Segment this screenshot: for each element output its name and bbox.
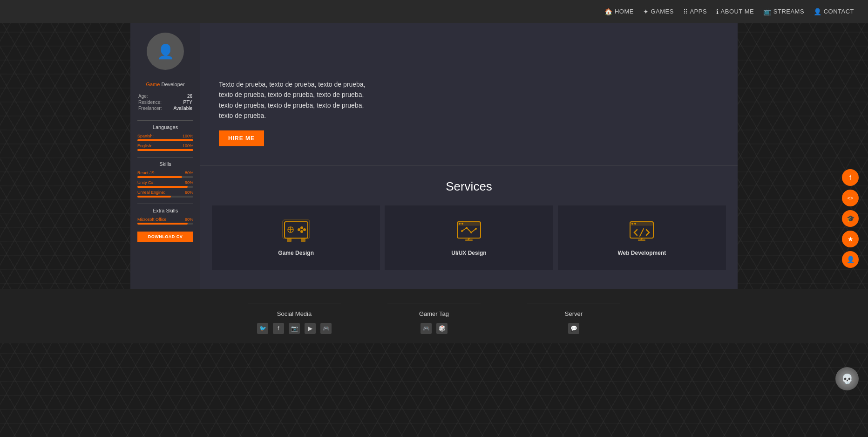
language-spanish: Spanish: 100% — [137, 134, 193, 141]
skill-reactjs: React JS: 80% — [137, 171, 193, 178]
services-grid: Game Design — [210, 205, 728, 270]
gamer-icon-2[interactable]: 🎲 — [436, 323, 448, 334]
social-facebook-button[interactable]: f — [842, 169, 859, 186]
uiux-label: UI/UX Design — [451, 250, 486, 256]
languages-heading: Languages — [137, 124, 193, 130]
divider-1 — [137, 120, 193, 121]
gamer-tag-title: Gamer Tag — [387, 310, 481, 317]
social-code-button[interactable]: <> — [842, 190, 859, 206]
web-dev-icon — [628, 219, 656, 243]
social-star-button[interactable]: ★ — [842, 231, 859, 247]
avatar-area: 👤 — [137, 33, 193, 75]
bio-section: Texto de prueba, texto de prueba, texto … — [200, 23, 738, 165]
svg-rect-20 — [465, 239, 473, 241]
svg-point-18 — [475, 228, 477, 230]
services-title: Services — [210, 179, 728, 194]
svg-point-16 — [466, 227, 468, 229]
svg-rect-27 — [638, 239, 645, 241]
svg-rect-22 — [630, 222, 653, 225]
instagram-icon[interactable]: 📷 — [289, 323, 300, 334]
svg-point-17 — [470, 232, 472, 233]
skill-msoffice: Microsoft Office: 90% — [137, 217, 193, 225]
svg-point-24 — [634, 223, 636, 225]
nav-apps[interactable]: ⠿ APPS — [683, 8, 707, 15]
web-dev-label: Web Development — [617, 250, 666, 256]
facebook-icon[interactable]: f — [273, 323, 284, 334]
gamer-tag-icons: 🎮 🎲 — [387, 323, 481, 334]
sidebar: 👤 Game Developer Age: 26 Residence: PTY … — [130, 23, 200, 289]
svg-point-7 — [298, 228, 300, 231]
skill-unity: Unity C#: 90% — [137, 180, 193, 188]
svg-point-6 — [303, 228, 306, 231]
footer-gamer-tag: Gamer Tag 🎮 🎲 — [387, 303, 481, 334]
contact-icon: 👤 — [814, 8, 822, 15]
apps-icon: ⠿ — [683, 8, 688, 15]
svg-rect-10 — [301, 238, 305, 242]
svg-rect-12 — [457, 222, 481, 225]
divider-3 — [137, 204, 193, 204]
role-word2: Developer — [161, 82, 184, 87]
info-table: Age: 26 Residence: PTY Freelancer: Avail… — [137, 93, 193, 112]
steam-icon[interactable]: 🎮 — [420, 323, 432, 334]
svg-rect-9 — [287, 238, 292, 242]
mascot-image: 💀 — [835, 367, 859, 390]
divider-2 — [137, 157, 193, 157]
social-education-button[interactable]: 🎓 — [842, 210, 859, 227]
nav-about[interactable]: ℹ ABOUT ME — [716, 8, 754, 15]
navbar: 🏠 HOME ✦ GAMES ⠿ APPS ℹ ABOUT ME 📺 STREA… — [0, 0, 868, 23]
youtube-icon[interactable]: ▶ — [305, 323, 316, 334]
game-design-icon — [282, 219, 310, 243]
language-english: English: 100% — [137, 143, 193, 151]
home-icon: 🏠 — [604, 8, 613, 15]
svg-point-15 — [461, 230, 463, 232]
social-media-title: Social Media — [248, 310, 341, 317]
right-buttons-panel: f <> 🎓 ★ 👤 — [842, 169, 859, 268]
download-cv-button[interactable]: DOWNLOAD CV — [137, 232, 193, 242]
about-icon: ℹ — [716, 8, 719, 15]
svg-point-13 — [459, 223, 461, 225]
service-card-web[interactable]: Web Development — [558, 205, 726, 270]
sidebar-role: Game Developer — [137, 82, 193, 87]
svg-point-23 — [631, 223, 633, 225]
skills-heading: Skills — [137, 161, 193, 167]
mascot: 💀 — [835, 367, 859, 390]
extra-skills-heading: Extra Skills — [137, 208, 193, 213]
nav-streams[interactable]: 📺 STREAMS — [763, 8, 804, 15]
hire-me-button[interactable]: HIRE ME — [219, 130, 264, 146]
main-container: 👤 Game Developer Age: 26 Residence: PTY … — [130, 23, 738, 289]
svg-point-8 — [300, 230, 303, 233]
twitter-icon[interactable]: 🐦 — [257, 323, 268, 334]
footer-social-media: Social Media 🐦 f 📷 ▶ 🎮 — [248, 303, 341, 334]
server-title: Server — [527, 310, 620, 317]
server-icons: 💬 — [527, 323, 620, 334]
discord-icon[interactable]: 💬 — [568, 323, 579, 334]
svg-point-5 — [300, 226, 303, 229]
social-person-button[interactable]: 👤 — [842, 251, 859, 268]
svg-point-14 — [461, 223, 463, 225]
nav-home[interactable]: 🏠 HOME — [604, 8, 634, 15]
nav-contact[interactable]: 👤 CONTACT — [814, 8, 854, 15]
game-design-label: Game Design — [278, 250, 314, 256]
uiux-icon — [455, 219, 483, 243]
service-card-game-design[interactable]: Game Design — [212, 205, 380, 270]
content-area: Texto de prueba, texto de prueba, texto … — [200, 23, 738, 289]
social-icons: 🐦 f 📷 ▶ 🎮 — [248, 323, 341, 334]
skill-unreal: Unreal Engine: 60% — [137, 190, 193, 198]
games-icon: ✦ — [643, 8, 649, 15]
services-section: Services — [200, 165, 738, 284]
footer-server: Server 💬 — [527, 303, 620, 334]
svg-line-25 — [640, 229, 644, 236]
avatar: 👤 — [147, 33, 184, 70]
streams-icon: 📺 — [763, 8, 772, 15]
footer: Social Media 🐦 f 📷 ▶ 🎮 Gamer Tag 🎮 🎲 Ser… — [0, 289, 868, 343]
bio-text: Texto de prueba, texto de prueba, texto … — [219, 79, 368, 121]
service-card-uiux[interactable]: UI/UX Design — [385, 205, 553, 270]
nav-games[interactable]: ✦ GAMES — [643, 8, 674, 15]
twitch-icon[interactable]: 🎮 — [320, 323, 332, 334]
